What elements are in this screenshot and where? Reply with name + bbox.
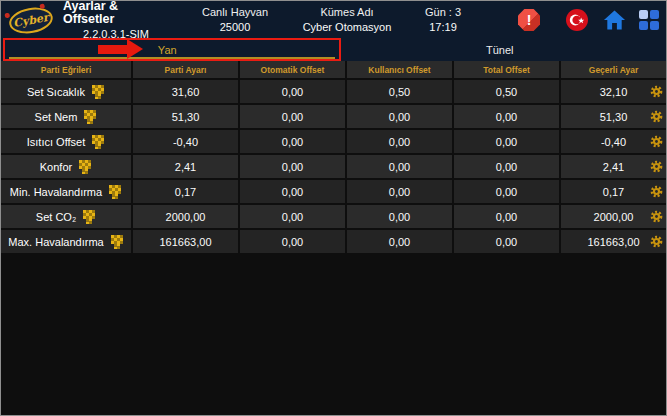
value-cell: 0,00 xyxy=(347,155,452,178)
row-label-cell: Set CO₂ xyxy=(1,205,131,228)
stat-value: 17:19 xyxy=(429,22,457,33)
gear-icon[interactable] xyxy=(650,135,663,148)
home-icon[interactable] xyxy=(603,9,625,31)
annotation-arrow-head xyxy=(127,39,143,59)
column-header: Kullanıcı Offset xyxy=(347,61,452,78)
value-cell: 0,00 xyxy=(240,105,345,128)
row-label-cell: Min. Havalandırma xyxy=(1,180,131,203)
logo-text: Cyber xyxy=(12,11,49,30)
value-cell: 0,00 xyxy=(347,105,452,128)
table-column-headers: Parti EğrileriParti AyarıOtomatik Offset… xyxy=(1,61,666,78)
stat-label: Gün : 3 xyxy=(425,7,461,18)
gear-icon[interactable] xyxy=(650,110,663,123)
stat-live-animals: Canlı Hayvan 25000 xyxy=(185,1,285,39)
column-header: Total Offset xyxy=(454,61,559,78)
row-label-cell: Konfor xyxy=(1,155,131,178)
gear-icon[interactable] xyxy=(650,235,663,248)
curve-table-icon[interactable] xyxy=(84,110,97,124)
value-cell: 0,00 xyxy=(240,205,345,228)
stat-house-name: Kümes Adı Cyber Otomasyon xyxy=(291,1,403,39)
row-label: Set Sıcaklık xyxy=(27,86,85,98)
apps-grid-icon[interactable] xyxy=(638,9,660,31)
value-cell: 0,00 xyxy=(454,205,559,228)
gear-icon[interactable] xyxy=(650,185,663,198)
row-label-cell: Isıtıcı Offset xyxy=(1,130,131,153)
top-header: Cyber Ayarlar & Offsetler 2.2.0.3.1-SIM … xyxy=(1,1,666,39)
value-cell: 0,00 xyxy=(240,180,345,203)
value-cell: 0,00 xyxy=(454,180,559,203)
value-cell: 0,00 xyxy=(454,230,559,253)
curve-table-icon[interactable] xyxy=(92,85,105,99)
table-row: Max. Havalandırma161663,000,000,000,0016… xyxy=(1,230,666,253)
curve-table-icon[interactable] xyxy=(109,185,122,199)
row-label: Set CO₂ xyxy=(36,211,76,223)
table-row: Min. Havalandırma0,170,000,000,000,17 xyxy=(1,180,666,203)
row-label-cell: Set Nem xyxy=(1,105,131,128)
stat-label: Canlı Hayvan xyxy=(202,7,268,18)
value-cell: 2000,00 xyxy=(561,205,666,228)
curve-table-icon[interactable] xyxy=(83,210,96,224)
value-cell: 2,41 xyxy=(561,155,666,178)
column-header: Geçerli Ayar xyxy=(561,61,666,78)
column-header: Parti Ayarı xyxy=(133,61,238,78)
value-cell: 51,30 xyxy=(133,105,238,128)
curve-table-icon[interactable] xyxy=(111,235,124,249)
column-header: Otomatik Offset xyxy=(240,61,345,78)
gear-icon[interactable] xyxy=(650,210,663,223)
value-cell: -0,40 xyxy=(561,130,666,153)
curve-table-icon[interactable] xyxy=(92,135,105,149)
value-cell: 0,00 xyxy=(347,205,452,228)
value-cell: 0,50 xyxy=(347,80,452,103)
value-cell: 0,50 xyxy=(454,80,559,103)
value-cell: 0,00 xyxy=(240,130,345,153)
stat-value: 25000 xyxy=(220,22,251,33)
row-label-cell: Set Sıcaklık xyxy=(1,80,131,103)
turkish-flag-graphic xyxy=(566,9,588,31)
curve-table-icon[interactable] xyxy=(79,160,92,174)
value-cell: 0,00 xyxy=(347,230,452,253)
row-label-cell: Max. Havalandırma xyxy=(1,230,131,253)
annotation-highlight-box xyxy=(3,38,341,61)
gear-icon[interactable] xyxy=(650,85,663,98)
logo-oval: Cyber xyxy=(7,4,55,36)
annotation-arrow xyxy=(98,45,127,54)
value-cell: 2000,00 xyxy=(133,205,238,228)
table-row: Isıtıcı Offset-0,400,000,000,00-0,40 xyxy=(1,130,666,153)
value-cell: 0,00 xyxy=(347,130,452,153)
turkish-flag-icon[interactable] xyxy=(566,9,588,31)
alert-glyph: ! xyxy=(527,12,532,28)
app-screen: Cyber Ayarlar & Offsetler 2.2.0.3.1-SIM … xyxy=(0,0,667,416)
value-cell: 0,00 xyxy=(240,155,345,178)
row-label: Min. Havalandırma xyxy=(10,186,102,198)
table-row: Konfor2,410,000,000,002,41 xyxy=(1,155,666,178)
value-cell: 0,00 xyxy=(240,230,345,253)
settings-table: Set Sıcaklık31,600,000,500,5032,10Set Ne… xyxy=(1,80,666,255)
value-cell: 0,00 xyxy=(240,80,345,103)
gear-icon[interactable] xyxy=(650,160,663,173)
stat-value: Cyber Otomasyon xyxy=(303,22,392,33)
value-cell: 31,60 xyxy=(133,80,238,103)
value-cell: 161663,00 xyxy=(133,230,238,253)
value-cell: -0,40 xyxy=(133,130,238,153)
value-cell: 0,00 xyxy=(454,155,559,178)
value-cell: 2,41 xyxy=(133,155,238,178)
value-cell: 0,00 xyxy=(454,130,559,153)
stat-day-time: Gün : 3 17:19 xyxy=(403,1,483,39)
page-title: Ayarlar & Offsetler xyxy=(63,0,169,25)
row-label: Isıtıcı Offset xyxy=(27,136,85,148)
tab-tunel[interactable]: Tünel xyxy=(334,39,667,61)
table-row: Set Nem51,300,000,000,0051,30 xyxy=(1,105,666,128)
column-header: Parti Eğrileri xyxy=(1,61,131,78)
apps-grid-graphic xyxy=(638,9,660,31)
app-logo: Cyber xyxy=(1,8,61,33)
table-row: Set CO₂2000,000,000,000,002000,00 xyxy=(1,205,666,228)
value-cell: 0,00 xyxy=(454,105,559,128)
row-label: Max. Havalandırma xyxy=(8,236,103,248)
value-cell: 32,10 xyxy=(561,80,666,103)
row-label: Set Nem xyxy=(35,111,78,123)
value-cell: 0,17 xyxy=(133,180,238,203)
alert-icon[interactable]: ! xyxy=(518,9,540,31)
stat-label: Kümes Adı xyxy=(320,7,373,18)
value-cell: 51,30 xyxy=(561,105,666,128)
value-cell: 161663,00 xyxy=(561,230,666,253)
